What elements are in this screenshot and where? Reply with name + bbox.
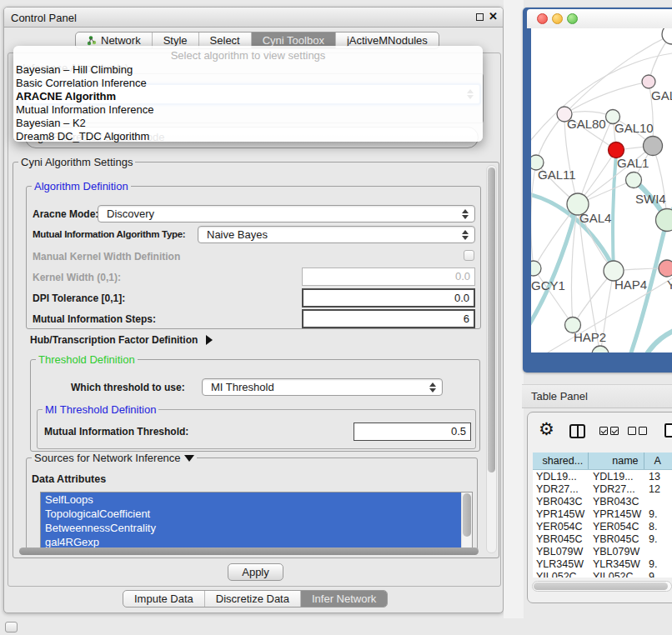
node-label: HAP2 bbox=[574, 330, 606, 344]
list-item[interactable]: SelfLoops bbox=[41, 492, 461, 507]
table-header-row: shared... name A bbox=[533, 452, 672, 470]
aracne-mode-select[interactable]: Discovery bbox=[98, 205, 475, 222]
checked-checkbox-icon[interactable] bbox=[599, 427, 608, 435]
table-cell: 8. bbox=[645, 520, 672, 532]
columns-icon[interactable] bbox=[569, 424, 585, 438]
table-cell: YBL079W bbox=[589, 545, 645, 558]
gear-icon[interactable]: ⚙ bbox=[539, 419, 554, 439]
node-label: GAL1 bbox=[617, 156, 649, 170]
close-icon[interactable]: ✕ bbox=[489, 10, 498, 22]
table-row[interactable]: YPR145WYPR145W9. bbox=[533, 508, 672, 520]
graph-node[interactable] bbox=[662, 28, 672, 44]
table-row[interactable]: YDR27...YDR27...12 bbox=[533, 482, 672, 495]
graph-node[interactable] bbox=[656, 209, 672, 232]
kernel-width-field[interactable]: 0.0 bbox=[302, 268, 475, 286]
table-cell: YER054C bbox=[533, 520, 589, 532]
cyni-algorithm-settings-group: Cyni Algorithm Settings Algorithm Defini… bbox=[13, 162, 499, 558]
table-row[interactable]: YBL079WYBL079W bbox=[533, 545, 672, 558]
table-cell: YDL19... bbox=[533, 470, 589, 482]
table-row[interactable]: YIL052CYIL052C9 bbox=[533, 570, 672, 578]
node-label: Y bbox=[667, 278, 672, 292]
node-label: SWI4 bbox=[635, 192, 666, 206]
float-window-icon[interactable] bbox=[476, 13, 484, 21]
node-table: shared... name A YDL19...YDL19...13YDR27… bbox=[533, 452, 672, 578]
mi-steps-field[interactable]: 6 bbox=[302, 309, 475, 328]
algorithm-dropdown-popup: Select algorithm to view settings Bayesi… bbox=[13, 46, 483, 142]
table-cell bbox=[645, 495, 672, 508]
table-horizontal-scrollbar[interactable] bbox=[532, 581, 672, 592]
table-cell: 9. bbox=[645, 558, 672, 570]
manual-kernel-checkbox[interactable] bbox=[464, 250, 474, 261]
unchecked-checkbox-icon[interactable] bbox=[628, 427, 636, 435]
checked-checkbox-icon[interactable] bbox=[610, 427, 619, 435]
column-header[interactable]: name bbox=[589, 452, 644, 469]
dropdown-item[interactable]: Mutual Information Inference bbox=[16, 103, 153, 117]
table-row[interactable]: YBR043CYBR043C bbox=[533, 495, 672, 508]
panel-splitter[interactable] bbox=[504, 0, 524, 618]
mi-threshold-group: MI Threshold Definition Mutual Informati… bbox=[37, 409, 476, 449]
settings-horizontal-scrollbar[interactable] bbox=[19, 548, 484, 555]
network-canvas[interactable]: GAL GAL80 GAL10 GAL1 GAL11 SWI4 GAL4 HAP… bbox=[531, 28, 672, 352]
tab-discretize-data[interactable]: Discretize Data bbox=[205, 591, 301, 607]
table-panel-title: Table Panel bbox=[531, 385, 588, 408]
node-label: HAP4 bbox=[614, 278, 647, 292]
hub-definition-label: Hub/Transcription Factor Definition bbox=[30, 334, 198, 346]
dropdown-item[interactable]: Dream8 DC_TDC Algorithm bbox=[16, 130, 149, 143]
table-panel-header: Table Panel bbox=[522, 384, 672, 408]
table-cell: 9. bbox=[645, 508, 672, 520]
column-header[interactable]: A bbox=[644, 452, 672, 469]
dpi-tolerance-label: DPI Tolerance [0,1]: bbox=[33, 292, 125, 304]
list-item[interactable]: BetweennessCentrality bbox=[41, 521, 461, 535]
threshold-definition-legend: Threshold Definition bbox=[36, 353, 138, 366]
aracne-mode-value: Discovery bbox=[107, 208, 154, 220]
page-icon[interactable] bbox=[664, 423, 672, 438]
table-cell: YBR045C bbox=[589, 532, 645, 545]
dropdown-item[interactable]: Basic Correlation Inference bbox=[16, 77, 147, 90]
apply-button[interactable]: Apply bbox=[228, 563, 283, 581]
dpi-tolerance-field[interactable]: 0.0 bbox=[302, 288, 475, 308]
graph-node[interactable] bbox=[626, 172, 642, 188]
sources-group: Sources for Network Inference Data Attri… bbox=[26, 458, 478, 550]
control-panel-titlebar: Control Panel ✕ bbox=[4, 8, 503, 28]
mi-threshold-field[interactable]: 0.5 bbox=[354, 422, 471, 441]
tab-impute-data[interactable]: Impute Data bbox=[123, 591, 205, 607]
node-label: GAL80 bbox=[567, 117, 606, 131]
dropdown-item[interactable]: Bayesian – K2 bbox=[16, 117, 86, 130]
unchecked-checkbox-icon[interactable] bbox=[639, 427, 647, 435]
which-threshold-select[interactable]: MI Threshold bbox=[202, 378, 443, 396]
table-cell: 9. bbox=[645, 532, 672, 545]
graph-node[interactable] bbox=[642, 75, 655, 88]
table-cell: 13 bbox=[645, 470, 672, 482]
close-traffic-light[interactable] bbox=[537, 13, 548, 24]
table-cell: 12 bbox=[645, 482, 672, 495]
bottom-tabs: Impute Data Discretize Data Infer Networ… bbox=[123, 590, 388, 608]
list-scrollbar[interactable] bbox=[461, 492, 472, 549]
collapsed-panel-icon[interactable] bbox=[5, 622, 18, 632]
table-cell: YIL052C bbox=[589, 570, 645, 578]
zoom-traffic-light[interactable] bbox=[567, 13, 578, 24]
settings-vertical-scrollbar[interactable] bbox=[486, 165, 497, 553]
list-item[interactable]: TopologicalCoefficient bbox=[41, 507, 461, 521]
mi-type-select[interactable]: Naive Bayes bbox=[198, 226, 475, 243]
table-row[interactable]: YDL19...YDL19...13 bbox=[533, 470, 672, 482]
threshold-definition-group: Threshold Definition Which threshold to … bbox=[30, 359, 480, 452]
hub-definition-expander[interactable]: Hub/Transcription Factor Definition bbox=[30, 334, 213, 346]
graph-node[interactable] bbox=[531, 261, 541, 276]
algorithm-definition-legend: Algorithm Definition bbox=[32, 180, 131, 192]
minimize-traffic-light[interactable] bbox=[552, 13, 563, 24]
graph-node[interactable] bbox=[592, 346, 609, 352]
collapse-arrow-icon bbox=[184, 455, 194, 462]
table-toolbar: ⚙ bbox=[528, 412, 672, 452]
graph-node[interactable] bbox=[659, 260, 672, 277]
table-row[interactable]: YLR345WYLR345W9. bbox=[533, 558, 672, 570]
manual-kernel-label: Manual Kernel Width Definition bbox=[33, 251, 180, 262]
column-header[interactable]: shared... bbox=[533, 452, 589, 469]
mi-steps-label: Mutual Information Steps: bbox=[33, 313, 156, 325]
table-cell: YBL079W bbox=[533, 545, 589, 558]
dropdown-item-selected[interactable]: ARACNE Algorithm bbox=[16, 90, 116, 103]
tab-infer-network[interactable]: Infer Network bbox=[301, 591, 387, 607]
table-row[interactable]: YER054CYER054C8. bbox=[533, 520, 672, 532]
table-row[interactable]: YBR045CYBR045C9. bbox=[533, 532, 672, 545]
graph-node[interactable] bbox=[644, 137, 663, 156]
dropdown-item[interactable]: Bayesian – Hill Climbing bbox=[16, 63, 133, 77]
